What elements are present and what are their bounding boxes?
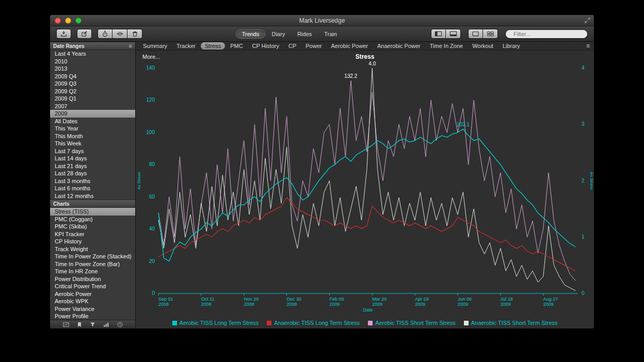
bookmark-icon[interactable]: [77, 322, 82, 327]
sidebar-item-2009-q3[interactable]: 2009 Q3: [50, 80, 135, 88]
export-icon: [60, 30, 68, 38]
sidebar-item-2009[interactable]: 2009: [50, 110, 135, 118]
sidebar-chart-critical-power-trend[interactable]: Critical Power Trend: [50, 283, 135, 290]
sidebar: Date Ranges ≡ Last 4 Years201020132009 Q…: [50, 42, 136, 328]
tab-workout[interactable]: Workout: [468, 42, 497, 50]
tab-cp[interactable]: CP: [284, 42, 300, 50]
sidebar-item-last-6-months[interactable]: Last 6 months: [50, 185, 135, 192]
delete-button[interactable]: [127, 29, 142, 39]
tab-library[interactable]: Library: [498, 42, 524, 50]
tab-time-in-zone[interactable]: Time In Zone: [426, 42, 467, 50]
sidebar-item-last-3-months[interactable]: Last 3 months: [50, 177, 135, 185]
toggle-sidebar-button[interactable]: [431, 29, 446, 39]
legend-item-anaerobic-tiss-short-term-stress[interactable]: Anaerobic TISS Short Term Stress: [464, 320, 558, 326]
sidebar-item-this-month[interactable]: This Month: [50, 133, 135, 140]
svg-text:Sep 012008: Sep 012008: [158, 297, 173, 307]
tab-tracker[interactable]: Tracker: [172, 42, 200, 50]
svg-text:3: 3: [582, 121, 585, 127]
sidebar-item-2007[interactable]: 2007: [50, 103, 135, 110]
minimize-button[interactable]: [65, 18, 71, 24]
compose-button[interactable]: [77, 29, 92, 39]
date-ranges-header[interactable]: Date Ranges ≡: [50, 42, 135, 50]
sidebar-chart-track-weight[interactable]: Track Weight: [50, 245, 135, 253]
svg-text:80: 80: [149, 161, 155, 167]
svg-text:Aug 272009: Aug 272009: [543, 297, 558, 307]
chart-title: Stress: [136, 53, 594, 60]
segment-trends[interactable]: Trends: [236, 29, 266, 39]
filter-input[interactable]: [513, 31, 587, 37]
tiled-view-button[interactable]: [483, 29, 498, 39]
sidebar-item-2013[interactable]: 2013: [50, 65, 135, 73]
sidebar-item-last-14-days[interactable]: Last 14 days: [50, 155, 135, 162]
clock-icon[interactable]: [117, 322, 123, 327]
tab-anaerobic-power[interactable]: Anaerobic Power: [373, 42, 425, 50]
sidebar-item-last-4-years[interactable]: Last 4 Years: [50, 50, 135, 58]
sidebar-item-2009-q4[interactable]: 2009 Q4: [50, 73, 135, 80]
sidebar-item-2009-q1[interactable]: 2009 Q1: [50, 95, 135, 103]
legend-item-aerobic-tiss-short-term-stress[interactable]: Aerobic TISS Short Term Stress: [368, 320, 455, 326]
legend-item-aerobic-tiss-long-term-stress[interactable]: Aerobic TISS Long Term Stress: [172, 320, 259, 326]
svg-text:100: 100: [146, 129, 155, 135]
close-button[interactable]: [55, 18, 61, 24]
tab-power[interactable]: Power: [301, 42, 326, 50]
sidebar-chart-kpi-tracker[interactable]: KPI Tracker: [50, 231, 135, 238]
charts-header[interactable]: Charts: [50, 200, 135, 208]
title-bar: Mark Liversedge: [50, 15, 594, 26]
svg-text:4.0: 4.0: [368, 61, 376, 67]
date-ranges-list: Last 4 Years201020132009 Q42009 Q32009 Q…: [50, 50, 135, 200]
sidebar-chart-aerobic-wpk[interactable]: Aerobic WPK: [50, 298, 135, 305]
sidebar-chart-aerobic-power[interactable]: Aerobic Power: [50, 290, 135, 298]
fullscreen-icon[interactable]: [584, 17, 591, 24]
sidebar-item-this-week[interactable]: This Week: [50, 140, 135, 147]
single-window-icon: [472, 30, 479, 37]
tab-summary[interactable]: Summary: [139, 42, 171, 50]
sidebar-item-this-year[interactable]: This Year: [50, 125, 135, 133]
intervals-button[interactable]: [112, 29, 127, 39]
sidebar-item-last-7-days[interactable]: Last 7 days: [50, 147, 135, 155]
tab-stress[interactable]: Stress: [201, 42, 225, 50]
segment-rides[interactable]: Rides: [291, 29, 318, 39]
tab-pmc[interactable]: PMC: [226, 42, 247, 50]
stopwatch-button[interactable]: [98, 29, 112, 39]
segment-train[interactable]: Train: [318, 29, 343, 39]
sidebar-item-2010[interactable]: 2010: [50, 58, 135, 65]
sidebar-item-all-dates[interactable]: All Dates: [50, 118, 135, 125]
filter-field[interactable]: [505, 29, 588, 39]
layout-group: [468, 29, 498, 39]
sidebar-item-2009-q2[interactable]: 2009 Q2: [50, 88, 135, 95]
sidebar-chart-pmc-skiba[interactable]: PMC (Skiba): [50, 223, 135, 231]
sidebar-chart-power-distribution[interactable]: Power Distribution: [50, 275, 135, 283]
svg-text:Date: Date: [363, 307, 373, 312]
zoom-button[interactable]: [75, 18, 82, 24]
trash-icon: [131, 30, 139, 38]
legend-swatch: [267, 321, 271, 325]
sidebar-item-last-12-months[interactable]: Last 12 months: [50, 192, 135, 200]
sidebar-chart-pmc-coggan[interactable]: PMC (Coggan): [50, 216, 135, 223]
export-button[interactable]: [56, 29, 71, 39]
svg-text:20: 20: [149, 258, 155, 264]
sidebar-item-last-21-days[interactable]: Last 21 days: [50, 162, 135, 170]
tab-aerobic-power[interactable]: Aerobic Power: [327, 42, 372, 50]
tab-cp-history[interactable]: CP History: [248, 42, 283, 50]
sidebar-item-last-28-days[interactable]: Last 28 days: [50, 170, 135, 177]
toggle-bottom-panel-button[interactable]: [446, 29, 461, 39]
svg-text:Mar 202009: Mar 202009: [372, 297, 387, 307]
stats-bars-icon[interactable]: [103, 322, 109, 327]
legend-swatch: [464, 321, 469, 325]
svg-text:Jul 182009: Jul 182009: [501, 297, 513, 307]
sidebar-chart-cp-history[interactable]: CP History: [50, 238, 135, 245]
legend-item-anaerobic-tiss-long-term-stress[interactable]: Anaerobic TISS Long Term Stress: [267, 320, 360, 326]
sidebar-chart-stress-tiss[interactable]: Stress (TISS): [50, 208, 135, 216]
sidebar-chart-power-profile[interactable]: Power Profile: [50, 312, 135, 320]
date-ranges-menu-icon[interactable]: ≡: [129, 43, 132, 49]
tabbar-menu-icon[interactable]: ≡: [586, 42, 591, 50]
chart-view-icon[interactable]: [63, 322, 69, 327]
sidebar-chart-time-in-hr-zone[interactable]: Time In HR Zone: [50, 268, 135, 275]
sidebar-chart-power-variance[interactable]: Power Variance: [50, 305, 135, 313]
stress-chart-area: More... Stress 02040608010012014001234Se…: [136, 51, 594, 328]
single-view-button[interactable]: [468, 29, 483, 39]
sidebar-chart-time-in-power-zone-stacked[interactable]: Time In Power Zone (Stacked): [50, 253, 135, 260]
segment-diary[interactable]: Diary: [265, 29, 291, 39]
funnel-filter-icon[interactable]: [90, 322, 95, 327]
sidebar-chart-time-in-power-zone-bar[interactable]: Time In Power Zone (Bar): [50, 260, 135, 268]
